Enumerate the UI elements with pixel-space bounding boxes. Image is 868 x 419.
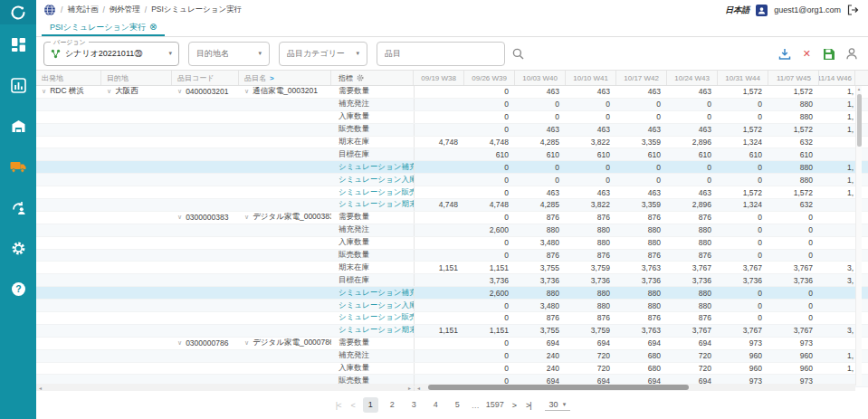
- date-column-header[interactable]: 10/03 W40: [515, 71, 566, 85]
- item-search-field[interactable]: [377, 42, 505, 66]
- sidebar-item-dashboard[interactable]: [0, 24, 36, 65]
- table-row: 販売数量04634634634631,5721,5721,: [36, 124, 868, 137]
- sidebar-item-transport[interactable]: [0, 147, 36, 187]
- breadcrumb-item[interactable]: 例外管理: [110, 5, 140, 15]
- value-cell[interactable]: 880: [567, 289, 617, 298]
- vertical-scrollbar-thumb[interactable]: [857, 94, 862, 147]
- sidebar-item-settings[interactable]: [0, 228, 36, 269]
- save-icon[interactable]: [823, 48, 835, 60]
- metric-settings-icon[interactable]: [357, 74, 364, 81]
- scroll-up-icon[interactable]: ▴: [856, 86, 862, 92]
- value-cell: 463: [516, 188, 567, 197]
- value-cell[interactable]: 0: [719, 289, 769, 298]
- prev-page-button[interactable]: <: [348, 401, 356, 410]
- value-cell[interactable]: 0: [769, 289, 820, 298]
- value-cell: 0: [668, 112, 719, 121]
- expand-chevron-icon[interactable]: ∨: [244, 88, 249, 95]
- column-header-destination[interactable]: 目的地: [101, 71, 172, 85]
- value-cell[interactable]: 880: [769, 163, 820, 172]
- sort-arrow-icon[interactable]: >: [270, 74, 274, 82]
- column-header-metric[interactable]: 指標: [331, 71, 414, 85]
- value-cell[interactable]: 0: [567, 163, 617, 172]
- date-pane-hscrollbar[interactable]: ◂: [415, 384, 855, 391]
- value-cell[interactable]: 0: [668, 163, 719, 172]
- column-header-item-name[interactable]: 品目名 >: [239, 71, 331, 85]
- expand-chevron-icon[interactable]: ∨: [177, 339, 182, 347]
- page-button[interactable]: 5: [450, 397, 465, 413]
- expand-chevron-icon[interactable]: ∨: [107, 88, 111, 95]
- tab-close-icon[interactable]: ⊗: [149, 23, 157, 32]
- hscrollbar-thumb[interactable]: [428, 385, 689, 390]
- version-label: バージョン: [51, 38, 89, 47]
- tab-psi-simulation[interactable]: PSIシミュレーション実行 ⊗: [42, 20, 165, 36]
- value-cell: 880: [617, 238, 668, 247]
- last-page-button[interactable]: >|: [524, 401, 533, 410]
- sidebar-item-warehouse[interactable]: [0, 106, 36, 147]
- column-header-item-code[interactable]: 品目コード: [172, 71, 239, 85]
- last-page-number-button[interactable]: 1597: [486, 397, 504, 413]
- logout-icon[interactable]: [847, 5, 859, 15]
- version-select[interactable]: バージョン シナリオ20221011⑳ ▾: [43, 42, 179, 66]
- date-column-header[interactable]: 11/07 W45: [768, 71, 819, 85]
- sidebar-item-analytics[interactable]: [0, 65, 36, 106]
- page-button[interactable]: 3: [406, 397, 422, 413]
- date-column-header[interactable]: 09/26 W39: [464, 71, 515, 85]
- expand-chevron-icon[interactable]: ∨: [244, 339, 249, 347]
- value-cell[interactable]: 880: [617, 289, 668, 298]
- value-cell: 1,: [820, 351, 855, 360]
- app-logo-icon[interactable]: [0, 0, 36, 24]
- value-cell: 1,324: [719, 138, 769, 147]
- search-icon[interactable]: [512, 48, 524, 60]
- date-column-header[interactable]: 11/14 W46: [819, 71, 855, 85]
- value-cell[interactable]: 880: [668, 289, 719, 298]
- column-header-origin[interactable]: 出発地: [36, 71, 101, 85]
- date-values: 03,48088088088000: [414, 300, 855, 311]
- download-icon[interactable]: [778, 48, 791, 60]
- expand-chevron-icon[interactable]: ∨: [177, 88, 182, 95]
- value-cell[interactable]: 0: [617, 163, 668, 172]
- value-cell[interactable]: 2,600: [465, 289, 516, 298]
- sidebar-item-handover[interactable]: [0, 187, 36, 228]
- scroll-left-icon[interactable]: ◂: [39, 385, 42, 391]
- page-size-select[interactable]: 30 ▾: [545, 399, 571, 411]
- first-page-button[interactable]: |<: [334, 401, 343, 410]
- value-cell[interactable]: 1,: [820, 163, 855, 172]
- language-toggle[interactable]: 日本語: [725, 5, 749, 16]
- expand-chevron-icon[interactable]: ∨: [42, 88, 46, 95]
- date-column-header[interactable]: 10/17 W42: [616, 71, 667, 85]
- date-values: 087687687687600: [414, 250, 855, 262]
- destination-select[interactable]: 目的地名 ▾: [188, 42, 270, 66]
- next-page-button[interactable]: >: [510, 401, 518, 410]
- date-column-header[interactable]: 09/19 W38: [414, 71, 464, 85]
- vertical-scrollbar[interactable]: ▴: [855, 86, 862, 386]
- date-column-header[interactable]: 10/10 W41: [566, 71, 616, 85]
- date-values: 04634634634631,5721,5721,: [414, 86, 855, 98]
- value-cell[interactable]: 880: [516, 289, 567, 298]
- expand-chevron-icon[interactable]: ∨: [177, 214, 182, 221]
- value-cell: 973: [719, 338, 769, 348]
- expand-chevron-icon[interactable]: ∨: [244, 214, 249, 221]
- value-cell: 0: [719, 176, 769, 185]
- user-assign-icon[interactable]: [846, 48, 857, 60]
- scroll-right-icon[interactable]: ▸: [408, 385, 411, 391]
- item-category-select[interactable]: 品目カテゴリー ▾: [279, 42, 367, 66]
- page-button-current[interactable]: 1: [363, 397, 378, 413]
- value-cell[interactable]: 0: [719, 163, 769, 172]
- value-cell: 1,: [820, 100, 855, 109]
- item-search-input[interactable]: [385, 49, 497, 58]
- chevron-down-icon: ▾: [563, 401, 567, 408]
- breadcrumb-item[interactable]: 補充計画: [67, 5, 98, 15]
- page-button[interactable]: 4: [428, 397, 444, 413]
- fixed-pane-hscrollbar[interactable]: ◂ ▸: [36, 384, 414, 391]
- clear-icon[interactable]: ✕: [803, 49, 811, 59]
- group-cell: ∨0400003201: [172, 87, 239, 96]
- page-button[interactable]: 2: [385, 397, 400, 413]
- value-cell[interactable]: 0: [465, 163, 516, 172]
- svg-text:?: ?: [15, 283, 21, 294]
- date-column-header[interactable]: 10/31 W44: [718, 71, 768, 85]
- sidebar-item-help[interactable]: ?: [0, 269, 36, 309]
- date-column-header[interactable]: 10/24 W43: [667, 71, 718, 85]
- scroll-left-icon[interactable]: ◂: [417, 385, 420, 391]
- value-cell: 720: [567, 364, 617, 373]
- value-cell[interactable]: 0: [516, 163, 567, 172]
